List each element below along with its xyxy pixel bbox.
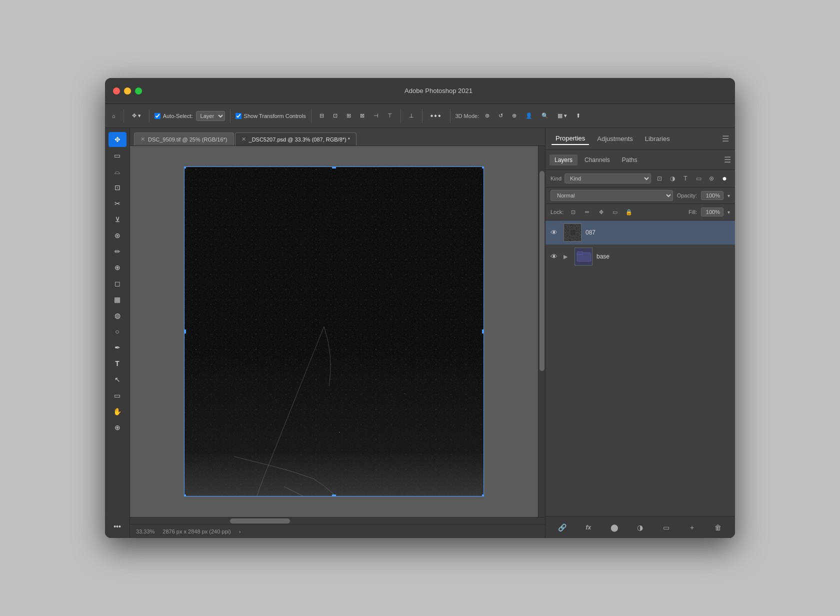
tool-path-select[interactable]: ↖ bbox=[108, 372, 126, 387]
align-right-btn[interactable]: ⊞ bbox=[344, 111, 354, 120]
show-transform-input[interactable] bbox=[236, 113, 242, 119]
scroll-thumb-vertical[interactable] bbox=[540, 171, 544, 371]
tool-hand[interactable]: ✋ bbox=[108, 404, 126, 419]
lock-artboard-btn[interactable]: ▭ bbox=[610, 206, 620, 218]
tool-zoom[interactable]: ⊕ bbox=[108, 420, 126, 435]
opacity-dropdown-icon[interactable]: ▾ bbox=[728, 193, 730, 198]
3d-mode-btn-4[interactable]: 👤 bbox=[522, 111, 536, 120]
share-btn[interactable]: ⬆ bbox=[573, 111, 584, 120]
maximize-button[interactable] bbox=[135, 88, 142, 94]
layers-tab-paths[interactable]: Paths bbox=[617, 154, 642, 166]
footer-delete-btn[interactable]: 🗑 bbox=[711, 520, 725, 534]
layers-tab-layers[interactable]: Layers bbox=[550, 154, 578, 166]
align-left-btn[interactable]: ⊟ bbox=[316, 111, 327, 120]
filter-shape-btn[interactable]: ▭ bbox=[693, 173, 704, 184]
footer-new-layer-btn[interactable]: + bbox=[685, 520, 699, 534]
scroll-thumb-horizontal[interactable] bbox=[230, 518, 290, 524]
align-center-h-btn[interactable]: ⊡ bbox=[330, 111, 340, 120]
panel-menu-icon[interactable]: ☰ bbox=[722, 134, 729, 144]
lock-position-btn[interactable]: ✥ bbox=[596, 206, 606, 218]
tool-brush[interactable]: ✏ bbox=[108, 244, 126, 259]
tab-dsc5207-close[interactable]: ✕ bbox=[242, 136, 246, 142]
auto-select-type[interactable]: Layer bbox=[196, 111, 225, 121]
scrollbar-horizontal[interactable] bbox=[130, 517, 545, 524]
tool-more[interactable]: ••• bbox=[108, 519, 126, 534]
lock-transparent-btn[interactable]: ⊡ bbox=[568, 206, 578, 218]
move-tool-button[interactable]: ✥ ▾ bbox=[129, 111, 144, 120]
auto-select-input[interactable] bbox=[154, 113, 160, 119]
tool-rect-select[interactable]: ▭ bbox=[108, 148, 126, 163]
panel-tab-adjustments[interactable]: Adjustments bbox=[593, 133, 637, 144]
align-center-v-btn[interactable]: ⊣ bbox=[370, 111, 382, 120]
more-options-btn[interactable]: ••• bbox=[428, 110, 445, 122]
transform-handle-bl[interactable] bbox=[184, 494, 186, 496]
canvas-image[interactable] bbox=[184, 166, 484, 496]
blend-mode-select[interactable]: Normal bbox=[550, 190, 673, 201]
filter-text-btn[interactable]: T bbox=[680, 173, 691, 184]
tool-crop[interactable]: ✂ bbox=[108, 196, 126, 211]
tool-spot-heal[interactable]: ⊛ bbox=[108, 228, 126, 243]
transform-handle-bm[interactable] bbox=[332, 494, 336, 496]
auto-select-checkbox[interactable]: Auto-Select: bbox=[154, 113, 193, 119]
footer-new-group-btn[interactable]: ▭ bbox=[659, 520, 673, 534]
transform-handle-ml[interactable] bbox=[184, 330, 186, 334]
layers-tab-channels[interactable]: Channels bbox=[580, 154, 615, 166]
tab-dsc5207[interactable]: ✕ _DSC5207.psd @ 33.3% (087, RGB/8*) * bbox=[235, 132, 357, 146]
filter-active-btn[interactable]: ● bbox=[719, 173, 730, 184]
tab-dsc9509-close[interactable]: ✕ bbox=[140, 136, 145, 142]
tool-pen[interactable]: ✒ bbox=[108, 340, 126, 355]
tool-shape[interactable]: ▭ bbox=[108, 388, 126, 403]
tool-clone[interactable]: ⊕ bbox=[108, 260, 126, 275]
transform-handle-tr[interactable] bbox=[482, 166, 484, 168]
layer-base-visibility[interactable]: 👁 bbox=[550, 252, 560, 260]
tool-blur[interactable]: ◍ bbox=[108, 308, 126, 323]
filter-kind-select[interactable]: Kind bbox=[564, 174, 651, 184]
layer-base-expand[interactable]: ▶ bbox=[564, 254, 570, 260]
layers-menu-icon[interactable]: ☰ bbox=[724, 155, 731, 164]
footer-new-adjustment-btn[interactable]: ⬤ bbox=[608, 520, 622, 534]
filter-adjustment-btn[interactable]: ◑ bbox=[667, 173, 678, 184]
panel-tab-properties[interactable]: Properties bbox=[552, 132, 589, 145]
tab-dsc9509[interactable]: ✕ DSC_9509.tif @ 25% (RGB/16*) bbox=[134, 132, 234, 146]
3d-mode-btn-1[interactable]: ⊛ bbox=[482, 111, 492, 120]
panel-tab-libraries[interactable]: Libraries bbox=[641, 133, 674, 144]
tool-eraser[interactable]: ◻ bbox=[108, 276, 126, 291]
tool-lasso[interactable]: ⌓ bbox=[108, 164, 126, 179]
tool-dodge[interactable]: ○ bbox=[108, 324, 126, 339]
footer-new-mask-btn[interactable]: ◑ bbox=[633, 520, 647, 534]
show-transform-checkbox[interactable]: Show Transform Controls bbox=[236, 113, 306, 119]
layer-item-087[interactable]: 👁 087 bbox=[546, 220, 735, 244]
tool-eyedropper[interactable]: ⊻ bbox=[108, 212, 126, 227]
filter-pixel-btn[interactable]: ⊡ bbox=[654, 173, 665, 184]
3d-mode-btn-2[interactable]: ↺ bbox=[496, 111, 506, 120]
align-top-btn[interactable]: ⊠ bbox=[357, 111, 368, 120]
tool-move[interactable]: ✥ bbox=[108, 132, 126, 147]
layer-item-base[interactable]: 👁 ▶ base bbox=[546, 244, 735, 268]
search-btn[interactable]: 🔍 bbox=[538, 111, 552, 120]
minimize-button[interactable] bbox=[124, 88, 131, 94]
filter-smart-btn[interactable]: ⊛ bbox=[706, 173, 717, 184]
fill-value[interactable]: 100% bbox=[701, 208, 724, 216]
footer-fx-btn[interactable]: fx bbox=[582, 520, 596, 534]
tool-quick-select[interactable]: ⊡ bbox=[108, 180, 126, 195]
align-bottom-btn[interactable]: ⊤ bbox=[384, 111, 396, 120]
transform-handle-br[interactable] bbox=[482, 494, 484, 496]
tool-type[interactable]: T bbox=[108, 356, 126, 371]
distribute-btn[interactable]: ⊥ bbox=[406, 111, 417, 120]
tool-gradient[interactable]: ▦ bbox=[108, 292, 126, 307]
home-button[interactable]: ⌂ bbox=[109, 112, 118, 120]
fill-dropdown-icon[interactable]: ▾ bbox=[728, 210, 730, 215]
3d-mode-btn-3[interactable]: ⊕ bbox=[509, 111, 520, 120]
lock-paint-btn[interactable]: ✏ bbox=[582, 206, 592, 218]
layer-087-visibility[interactable]: 👁 bbox=[550, 228, 560, 236]
canvas-area[interactable] bbox=[130, 146, 538, 517]
scrollbar-vertical[interactable] bbox=[538, 146, 545, 517]
opacity-value[interactable]: 100% bbox=[701, 191, 724, 200]
footer-link-btn[interactable]: 🔗 bbox=[556, 520, 570, 534]
panel-options-btn[interactable]: ▦▾ bbox=[554, 111, 570, 120]
lock-all-btn[interactable]: 🔒 bbox=[624, 206, 634, 218]
transform-handle-tm[interactable] bbox=[332, 166, 336, 168]
close-button[interactable] bbox=[113, 88, 120, 94]
transform-handle-tl[interactable] bbox=[184, 166, 186, 168]
transform-handle-mr[interactable] bbox=[482, 330, 484, 334]
